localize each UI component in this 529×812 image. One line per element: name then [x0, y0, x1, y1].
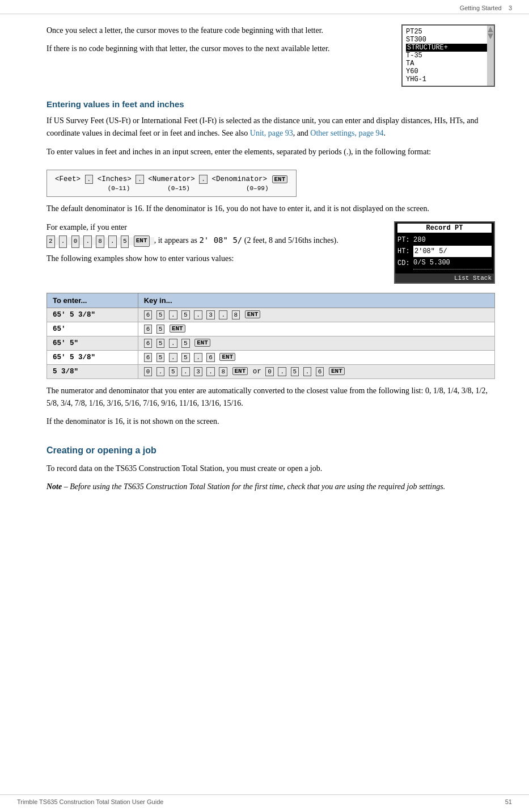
kent3: ENT	[194, 339, 210, 347]
kd9: .	[206, 367, 215, 376]
record-pt-label-1: PT:	[397, 234, 413, 246]
k6f: 6	[316, 367, 324, 376]
example-result: 2' 08" 5/	[199, 235, 242, 245]
k3: 3	[206, 310, 215, 319]
k3b: 3	[194, 367, 202, 376]
format-sep2: .	[136, 175, 144, 184]
k5g: 5	[181, 353, 190, 362]
feature-item-1: PT25	[406, 28, 422, 36]
creating-para1: To record data on the TS635 Construction…	[46, 462, 495, 475]
format-range1: (0–11)	[108, 185, 130, 192]
record-pt-value-3: 0/S 5.300	[413, 257, 492, 269]
or-text: or	[253, 368, 266, 376]
feature-item-3: STRUCTURE+	[406, 44, 490, 52]
k6e: 6	[206, 353, 215, 362]
example-intro-text: For example, if you enter	[46, 223, 127, 232]
k5f: 5	[156, 353, 165, 362]
table-row: 65' 6 5 ENT	[47, 322, 495, 336]
record-pt-row-3: CD: 0/S 5.300	[397, 257, 492, 269]
table-cell-key-1: 6 5 . 5 . 3 . 8 ENT	[138, 308, 494, 322]
k8b: 8	[219, 367, 227, 376]
entering-para1-end: .	[383, 129, 386, 137]
entering-para4: The numerator and denominator that you e…	[46, 385, 495, 410]
example-keys: 2 . 0 . 8 . 5 ENT	[46, 237, 154, 245]
format-ranges: (0–11) (0–15) (0–99)	[55, 185, 288, 192]
kent5b: ENT	[329, 367, 345, 375]
feature-item-4: T-35	[406, 52, 422, 60]
key-dot2: .	[83, 235, 92, 248]
k5b: 5	[181, 310, 190, 319]
record-pt-row-1: PT: 280	[397, 234, 492, 246]
link-unit[interactable]: Unit, page 93	[250, 129, 293, 137]
entering-para1: If US Survey Feet (US-Ft) or Internation…	[46, 115, 495, 140]
table-row: 65' 5 3/8" 6 5 . 5 . 3 . 8 ENT	[47, 308, 495, 322]
k5c: 5	[156, 325, 165, 334]
kent2: ENT	[170, 325, 185, 333]
entering-para1-text2: , and	[293, 129, 311, 137]
kd5: .	[169, 353, 177, 362]
scroll-down-icon	[488, 33, 493, 39]
kd10: .	[278, 367, 286, 376]
example-section: For example, if you enter 2 . 0 . 8 . 5 …	[46, 221, 495, 284]
k8: 8	[232, 310, 240, 319]
table-cell-key-2: 6 5 ENT	[138, 322, 494, 336]
k5i: 5	[291, 367, 299, 376]
feature-item-2: ST300	[406, 36, 426, 44]
feature-item-6: Y60	[406, 68, 418, 75]
creating-section-heading: Creating or opening a job	[46, 445, 495, 456]
feature-item-7: YHG-1	[406, 75, 426, 83]
table-cell-enter-4: 65' 5 3/8"	[47, 350, 138, 364]
table-cell-key-3: 6 5 . 5 ENT	[138, 336, 494, 350]
record-pt-value-1: 280	[413, 234, 492, 246]
record-pt-label-3: CD:	[397, 258, 413, 269]
link-other-settings[interactable]: Other settings, page 94	[310, 129, 383, 137]
feature-list-image: PT25 ST300 STRUCTURE+ T-35 TA Y60 YHG-1	[401, 24, 495, 87]
data-table: To enter... Key in... 65' 5 3/8" 6 5 . 5…	[46, 293, 495, 379]
k6: 6	[144, 310, 153, 319]
feature-item-5: TA	[406, 60, 414, 68]
kd11: .	[303, 367, 312, 376]
creating-note: Note – Before using the TS635 Constructi…	[46, 481, 495, 493]
table-cell-key-4: 6 5 . 5 . 6 ENT	[138, 350, 494, 364]
format-den-label: <Denominator>	[211, 175, 267, 183]
k5h: 5	[169, 367, 177, 376]
format-feet-label: <Feet>	[55, 175, 81, 183]
entering-para3: The default denominator is 16. If the de…	[46, 203, 495, 215]
table-header: To enter... Key in...	[47, 293, 495, 308]
k0b: 0	[265, 367, 274, 376]
scroll-up-icon	[488, 27, 493, 32]
table-cell-enter-2: 65'	[47, 322, 138, 336]
example-text-block: For example, if you enter 2 . 0 . 8 . 5 …	[46, 221, 384, 270]
entering-para5: If the denominator is 16, it is not show…	[46, 415, 495, 428]
entering-para2: To enter values in feet and inches in an…	[46, 146, 495, 158]
format-range2: (0–15)	[167, 185, 190, 192]
record-pt-row-2: HT: 2'08" 5/	[397, 246, 492, 257]
header-separator	[502, 5, 509, 11]
kd7: .	[156, 367, 165, 376]
key-8: 8	[96, 235, 104, 248]
record-pt-title: Record PT	[397, 224, 492, 233]
scrollbar	[487, 26, 494, 86]
key-5: 5	[121, 235, 129, 248]
page-container: Getting Started 3 Once you select a lett…	[0, 0, 529, 812]
kd3: .	[219, 310, 227, 319]
kd6: .	[194, 353, 202, 362]
table-body: 65' 5 3/8" 6 5 . 5 . 3 . 8 ENT 65	[47, 308, 495, 378]
format-sep1: .	[85, 175, 94, 184]
format-num-label: <Numerator>	[148, 175, 195, 183]
key-0: 0	[71, 235, 80, 248]
kd2: .	[194, 310, 202, 319]
table-cell-enter-1: 65' 5 3/8"	[47, 308, 138, 322]
intro-text-block: Once you select a letter, the cursor mov…	[46, 24, 391, 60]
key-2: 2	[46, 235, 55, 248]
note-label: Note	[46, 482, 62, 491]
record-pt-bottom: List Stack	[395, 274, 494, 283]
table-header-row: To enter... Key in...	[47, 293, 495, 308]
entering-section-heading: Entering values in feet and inches	[46, 99, 495, 109]
note-body: – Before using the TS635 Construction To…	[62, 482, 445, 491]
example-note-text: The following examples show how to enter…	[46, 253, 384, 265]
example-intro-para: For example, if you enter 2 . 0 . 8 . 5 …	[46, 221, 384, 248]
table-col-header-2: Key in...	[138, 293, 494, 308]
kd8: .	[181, 367, 190, 376]
page-header: Getting Started 3	[0, 0, 529, 14]
